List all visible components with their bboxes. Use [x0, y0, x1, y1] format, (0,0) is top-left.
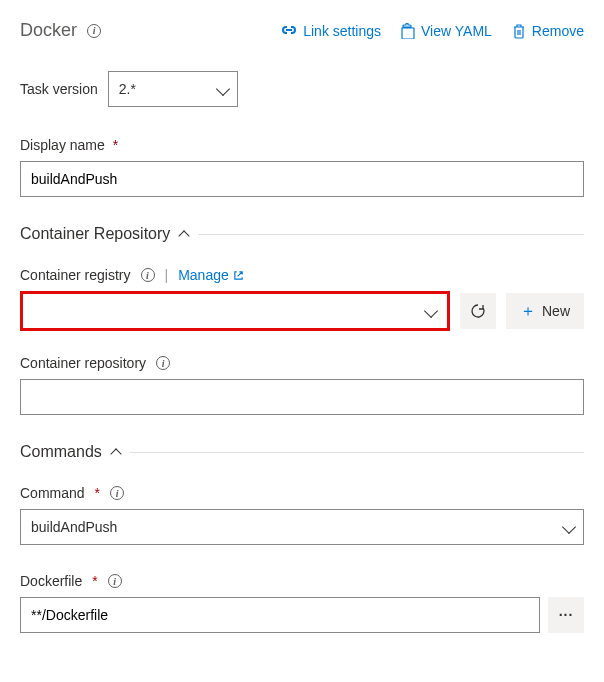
info-icon[interactable]: i — [141, 268, 155, 282]
task-version-row: Task version 2.* — [20, 71, 584, 107]
link-settings-label: Link settings — [303, 23, 381, 39]
refresh-button[interactable] — [460, 293, 496, 329]
new-button[interactable]: ＋ New — [506, 293, 584, 329]
section-container-repository-title: Container Repository — [20, 225, 170, 243]
dockerfile-field: Dockerfile * i ··· — [20, 573, 584, 633]
display-name-field: Display name * — [20, 137, 584, 197]
task-version-label: Task version — [20, 81, 98, 97]
container-registry-row: ＋ New — [20, 291, 584, 331]
chevron-up-icon — [179, 230, 190, 241]
container-registry-label: Container registry — [20, 267, 131, 283]
required-marker: * — [113, 137, 118, 153]
command-field: Command * i buildAndPush — [20, 485, 584, 545]
section-commands-title: Commands — [20, 443, 102, 461]
external-link-icon — [233, 270, 244, 281]
info-icon[interactable]: i — [110, 486, 124, 500]
chevron-up-icon — [110, 448, 121, 459]
task-title-text: Docker — [20, 20, 77, 41]
remove-button[interactable]: Remove — [512, 23, 584, 39]
clipboard-icon — [401, 23, 415, 39]
task-title: Docker i — [20, 20, 101, 41]
task-header: Docker i Link settings View YAML Remove — [20, 20, 584, 41]
task-version-select[interactable]: 2.* — [108, 71, 238, 107]
command-value: buildAndPush — [31, 519, 117, 535]
command-select[interactable]: buildAndPush — [20, 509, 584, 545]
manage-link[interactable]: Manage — [178, 267, 244, 283]
plus-icon: ＋ — [520, 301, 536, 322]
browse-button[interactable]: ··· — [548, 597, 584, 633]
required-marker: * — [92, 573, 97, 589]
manage-label: Manage — [178, 267, 229, 283]
display-name-label: Display name — [20, 137, 105, 153]
container-repository-label: Container repository — [20, 355, 146, 371]
info-icon[interactable]: i — [87, 24, 101, 38]
section-divider — [198, 234, 584, 235]
command-label: Command — [20, 485, 85, 501]
required-marker: * — [95, 485, 100, 501]
header-actions: Link settings View YAML Remove — [281, 23, 584, 39]
dockerfile-label: Dockerfile — [20, 573, 82, 589]
task-version-value: 2.* — [119, 81, 136, 97]
section-container-repository[interactable]: Container Repository — [20, 225, 584, 243]
ellipsis-icon: ··· — [559, 607, 574, 623]
separator: | — [165, 267, 169, 283]
remove-label: Remove — [532, 23, 584, 39]
new-label: New — [542, 303, 570, 319]
display-name-input[interactable] — [20, 161, 584, 197]
trash-icon — [512, 23, 526, 39]
container-registry-select[interactable] — [20, 291, 450, 331]
link-icon — [281, 24, 297, 38]
container-repository-field: Container repository i — [20, 355, 584, 415]
link-settings-button[interactable]: Link settings — [281, 23, 381, 39]
dockerfile-input[interactable] — [20, 597, 540, 633]
container-registry-label-row: Container registry i | Manage — [20, 267, 584, 283]
view-yaml-label: View YAML — [421, 23, 492, 39]
section-commands[interactable]: Commands — [20, 443, 584, 461]
info-icon[interactable]: i — [108, 574, 122, 588]
section-divider — [130, 452, 584, 453]
info-icon[interactable]: i — [156, 356, 170, 370]
refresh-icon — [470, 303, 486, 319]
view-yaml-button[interactable]: View YAML — [401, 23, 492, 39]
container-repository-input[interactable] — [20, 379, 584, 415]
